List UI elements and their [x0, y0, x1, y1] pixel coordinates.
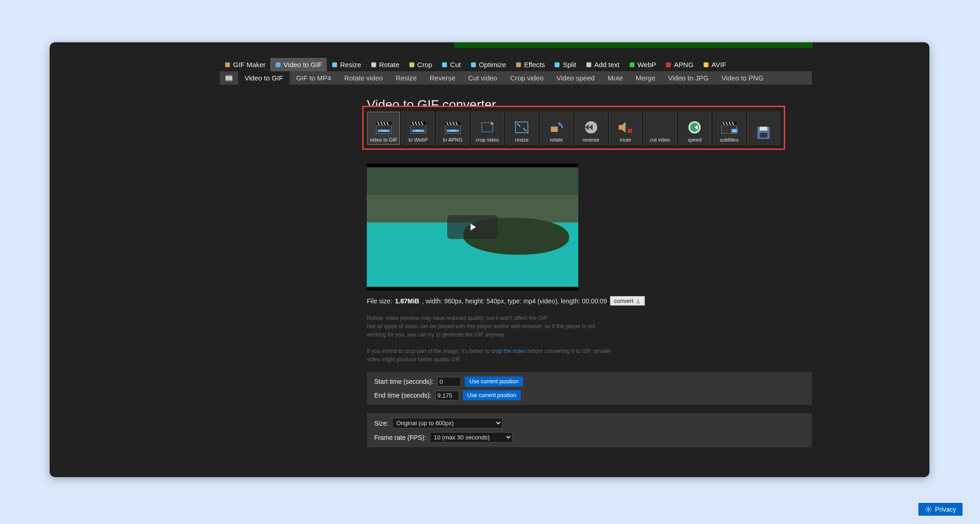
main-nav-avif[interactable]: AVIF [698, 58, 731, 71]
tool-label: mute [620, 137, 631, 142]
cut-icon [441, 62, 448, 68]
svg-point-34 [654, 129, 657, 133]
main-nav-effects[interactable]: Effects [511, 58, 550, 71]
notice-line1: Notice: video preview may have reduced q… [367, 314, 615, 322]
main-nav-gif-maker[interactable]: GIF Maker [220, 58, 270, 71]
main-nav-optimize[interactable]: Optimize [466, 58, 511, 71]
size-select[interactable]: Original (up to 600px) [392, 418, 502, 428]
main-nav-webp[interactable]: WebP [624, 58, 661, 71]
use-current-end-button[interactable]: Use current position [463, 390, 521, 400]
sub-nav-reverse[interactable]: Reverse [423, 71, 462, 85]
size-label: Size: [374, 420, 388, 427]
svg-marker-44 [471, 223, 476, 230]
main-nav-resize[interactable]: Resize [327, 58, 366, 71]
avif-icon [703, 62, 709, 68]
start-time-label: Start time (seconds): [374, 378, 433, 385]
resize-icon [513, 119, 531, 136]
svg-rect-5 [442, 62, 447, 67]
main-nav-cut[interactable]: Cut [437, 58, 465, 71]
convert-button[interactable]: convert [610, 296, 645, 306]
nav-label: Split [563, 61, 576, 68]
svg-rect-12 [704, 62, 709, 67]
svg-point-45 [928, 508, 929, 510]
main-nav-apng[interactable]: APNG [661, 58, 698, 71]
sub-nav-crop-video[interactable]: Crop video [504, 71, 550, 85]
play-button[interactable] [447, 215, 498, 239]
end-time-input[interactable] [435, 391, 459, 400]
content: Video to GIF converter 2 4 5video to GIF… [367, 97, 813, 447]
main-nav-add-text[interactable]: Add text [581, 58, 624, 71]
sub-nav-video-to-gif[interactable]: Video to GIF [238, 71, 290, 85]
svg-point-30 [515, 121, 516, 123]
scissors-icon [651, 119, 669, 136]
sub-nav-video-speed[interactable]: Video speed [550, 71, 601, 85]
tool-label: speed [688, 137, 701, 142]
split-icon [554, 62, 560, 68]
svg-rect-2 [332, 62, 337, 67]
fps-select[interactable]: 10 (max 30 seconds) [430, 432, 513, 443]
main-nav-crop[interactable]: Crop [404, 58, 437, 71]
sub-nav: Video to GIFGIF to MP4Rotate videoResize… [220, 71, 812, 85]
main-nav-video-to-gif[interactable]: Video to GIF [270, 58, 327, 71]
tool-reverse[interactable]: reverse [575, 112, 607, 145]
nav-label: Video to GIF [284, 61, 322, 68]
nav-label: WebP [638, 61, 656, 68]
tool-speed[interactable]: speed [678, 112, 711, 145]
clapper-icon: 2 4 5 [444, 119, 462, 136]
svg-text:2 4 5: 2 4 5 [381, 129, 386, 132]
privacy-button[interactable]: Privacy [918, 503, 963, 516]
speed-icon [685, 119, 704, 136]
sub-nav-rotate-video[interactable]: Rotate video [338, 71, 389, 85]
sub-nav-mute[interactable]: Mute [601, 71, 629, 85]
download-icon [635, 298, 641, 304]
sub-nav-gif-to-mp4[interactable]: GIF to MP4 [290, 71, 338, 85]
tool-crop-video[interactable]: crop video [471, 112, 504, 145]
tool-to-apng[interactable]: 2 4 5to APNG [436, 112, 469, 145]
tool-label: to APNG [443, 137, 463, 142]
sub-nav-video-to-jpg[interactable]: Video to JPG [662, 71, 715, 85]
tool-to-webp[interactable]: 2 4 5to WebP [402, 112, 434, 145]
svg-rect-43 [760, 133, 768, 137]
window-scroll[interactable]: GIF MakerVideo to GIFResizeRotateCropCut… [50, 42, 929, 477]
svg-rect-42 [760, 127, 768, 131]
svg-text:2 4 5: 2 4 5 [416, 129, 421, 132]
sub-nav-cut-video[interactable]: Cut video [462, 71, 504, 85]
tool-mute[interactable]: mute [609, 112, 642, 145]
main-nav-split[interactable]: Split [549, 58, 581, 71]
sub-nav-merge[interactable]: Merge [629, 71, 662, 85]
nav-label: Optimize [479, 61, 506, 68]
tool-save[interactable] [747, 112, 780, 145]
svg-rect-11 [666, 62, 671, 67]
resize-icon [331, 62, 338, 68]
tool-resize[interactable]: resize [506, 112, 538, 145]
svg-rect-8 [555, 62, 560, 67]
save-icon [754, 125, 773, 141]
main-nav-rotate[interactable]: Rotate [366, 58, 404, 71]
filesize-label: File size: [367, 297, 392, 305]
use-current-start-button[interactable]: Use current position [465, 376, 523, 387]
tool-cut-video[interactable]: cut video [644, 112, 676, 145]
video-player [367, 164, 578, 290]
file-info: File size: 1.87MiB , width: 960px, heigh… [367, 296, 813, 306]
file-meta: , width: 960px, height: 540px, type: mp4… [422, 297, 607, 305]
svg-rect-10 [629, 62, 634, 67]
nav-label: Resize [340, 61, 361, 68]
clapper-icon: 2 4 5 [409, 119, 427, 136]
sub-nav-video-to-png[interactable]: Video to PNG [715, 71, 770, 85]
svg-rect-1 [276, 62, 281, 67]
sub-nav-resize[interactable]: Resize [389, 71, 423, 85]
tool-video-to-gif[interactable]: 2 4 5video to GIF [367, 112, 400, 145]
options-panel: Size: Original (up to 600px) Frame rate … [367, 413, 812, 447]
tool-row: 2 4 5video to GIF2 4 5to WebP2 4 5to APN… [367, 112, 780, 145]
tool-subtitles[interactable]: subtitles [713, 112, 746, 145]
tool-label: to WebP [409, 137, 428, 142]
nav-label: AVIF [712, 61, 726, 68]
app-window: GIF MakerVideo to GIFResizeRotateCropCut… [50, 42, 929, 477]
svg-point-35 [654, 122, 657, 125]
start-time-input[interactable] [437, 377, 461, 387]
notice-line2: Not all types of video can be played wit… [367, 322, 615, 339]
svg-rect-3 [371, 62, 376, 67]
crop-video-link[interactable]: crop the video [491, 348, 525, 354]
tool-rotate[interactable]: rotate [540, 112, 573, 145]
svg-rect-7 [516, 62, 521, 67]
